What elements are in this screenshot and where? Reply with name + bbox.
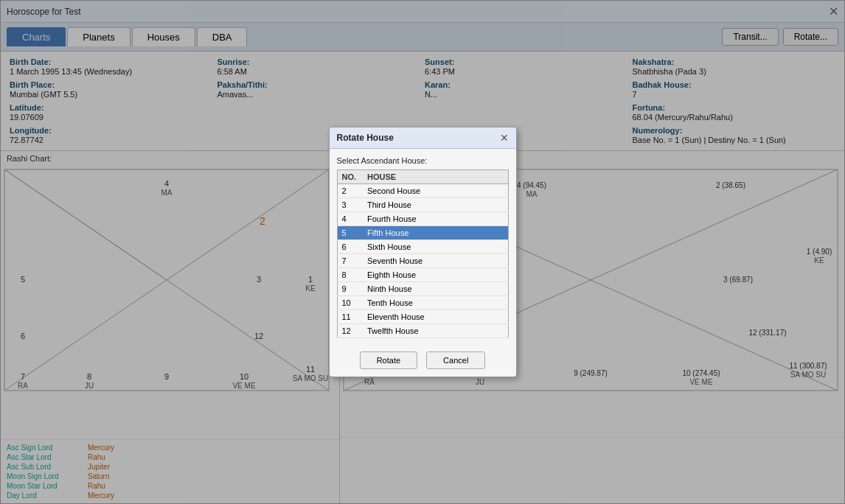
house-table-row[interactable]: 6Sixth House (337, 240, 508, 254)
house-table-row[interactable]: 7Seventh House (337, 254, 508, 268)
house-name: Second House (363, 184, 508, 198)
house-table-row[interactable]: 2Second House (337, 184, 508, 198)
house-table-row[interactable]: 12Twelfth House (337, 324, 508, 338)
house-no: 8 (337, 268, 363, 282)
modal-footer: Rotate Cancel (330, 346, 516, 377)
house-name: Third House (363, 198, 508, 212)
modal-cancel-button[interactable]: Cancel (426, 351, 485, 369)
house-no: 6 (337, 240, 363, 254)
house-no: 10 (337, 296, 363, 310)
house-table: NO. HOUSE 2Second House3Third House4Four… (337, 169, 509, 338)
col-no: NO. (337, 170, 363, 184)
modal-overlay: Rotate House ✕ Select Ascendant House: N… (0, 0, 845, 504)
house-table-row[interactable]: 8Eighth House (337, 268, 508, 282)
house-name: Fifth House (363, 226, 508, 240)
house-no: 2 (337, 184, 363, 198)
house-name: Tenth House (363, 296, 508, 310)
modal-close-button[interactable]: ✕ (500, 132, 509, 144)
house-table-header: NO. HOUSE (337, 170, 508, 184)
house-table-body[interactable]: 2Second House3Third House4Fourth House5F… (337, 184, 508, 338)
house-name: Sixth House (363, 240, 508, 254)
modal-rotate-button[interactable]: Rotate (360, 351, 417, 369)
house-table-row[interactable]: 4Fourth House (337, 212, 508, 226)
house-name: Fourth House (363, 212, 508, 226)
rotate-house-modal: Rotate House ✕ Select Ascendant House: N… (329, 127, 517, 377)
house-name: Twelfth House (363, 324, 508, 338)
house-name: Eleventh House (363, 310, 508, 324)
house-no: 5 (337, 226, 363, 240)
house-no: 7 (337, 254, 363, 268)
house-table-row[interactable]: 3Third House (337, 198, 508, 212)
modal-title: Rotate House (337, 133, 394, 143)
house-name: Seventh House (363, 254, 508, 268)
house-table-row[interactable]: 11Eleventh House (337, 310, 508, 324)
modal-body: Select Ascendant House: NO. HOUSE 2Secon… (330, 149, 516, 346)
house-no: 11 (337, 310, 363, 324)
house-no: 12 (337, 324, 363, 338)
house-no: 3 (337, 198, 363, 212)
house-no: 9 (337, 282, 363, 296)
modal-header: Rotate House ✕ (330, 127, 516, 149)
col-house: HOUSE (363, 170, 508, 184)
house-no: 4 (337, 212, 363, 226)
house-name: Ninth House (363, 282, 508, 296)
modal-select-label: Select Ascendant House: (337, 156, 509, 165)
house-table-row[interactable]: 5Fifth House (337, 226, 508, 240)
house-table-row[interactable]: 9Ninth House (337, 282, 508, 296)
house-table-row[interactable]: 10Tenth House (337, 296, 508, 310)
house-name: Eighth House (363, 268, 508, 282)
